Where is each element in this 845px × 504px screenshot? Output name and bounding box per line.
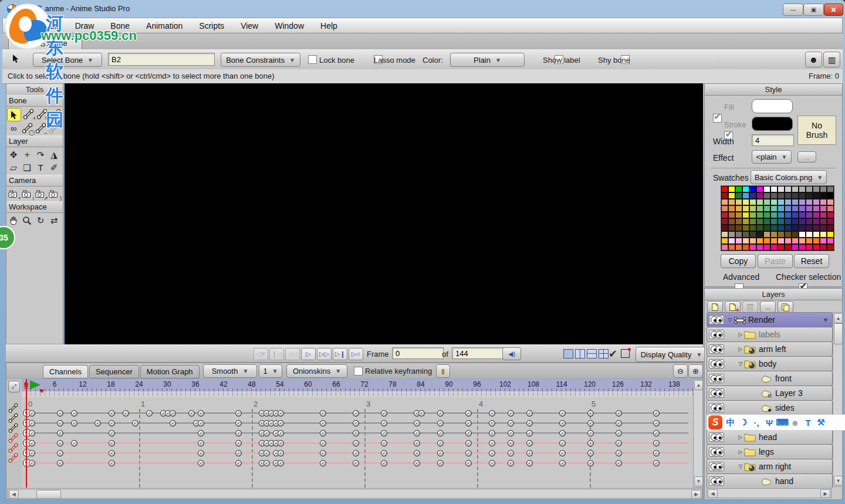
follow-path-tool[interactable]: ❏ — [21, 161, 33, 174]
split-horizontal-view-button[interactable] — [587, 349, 597, 358]
keyframe-dot[interactable] — [235, 410, 242, 417]
keyframe-dot[interactable] — [353, 430, 359, 437]
palette-swatch[interactable] — [827, 192, 834, 199]
palette-swatch[interactable] — [792, 231, 799, 238]
layer-visibility-toggle[interactable] — [709, 330, 724, 339]
library-button[interactable]: ▥ — [823, 52, 840, 67]
palette-swatch[interactable] — [721, 231, 728, 238]
duplicate-layer-button[interactable] — [778, 301, 793, 313]
palette-swatch[interactable] — [792, 244, 799, 251]
keyframe-dot[interactable] — [418, 410, 425, 417]
keyframe-dot[interactable] — [146, 410, 153, 417]
palette-swatch[interactable] — [770, 231, 778, 238]
bone-color-dropdown[interactable]: Plain▼ — [450, 53, 525, 67]
palette-swatch[interactable] — [756, 244, 763, 251]
keyframe-dot[interactable] — [71, 420, 77, 427]
tools-section-camera[interactable]: Camera — [6, 175, 63, 187]
layer-visibility-toggle[interactable] — [709, 447, 724, 456]
keyframe-dot[interactable] — [559, 420, 566, 427]
palette-swatch[interactable] — [806, 244, 813, 251]
menu-view[interactable]: View — [239, 19, 259, 33]
palette-swatch[interactable] — [820, 218, 827, 225]
ime-toolbar[interactable]: S 中☽·,Ψ⌨☻T⚒ — [707, 414, 845, 431]
layer-expander-icon[interactable]: ▷ — [737, 449, 744, 455]
new-layer-button[interactable] — [707, 301, 723, 313]
keyframe-dot[interactable] — [526, 420, 533, 427]
palette-swatch[interactable] — [728, 244, 735, 251]
palette-swatch[interactable] — [763, 225, 770, 231]
tools-section-workspace[interactable]: Workspace — [6, 201, 63, 213]
scroll-up-button[interactable]: ▲ — [834, 313, 843, 323]
palette-swatch[interactable] — [778, 238, 785, 244]
palette-swatch[interactable] — [770, 205, 778, 212]
palette-swatch[interactable] — [813, 199, 820, 205]
keyframe-dot[interactable] — [29, 420, 35, 427]
keyframe-dot[interactable] — [465, 430, 472, 437]
keyframe-dot[interactable] — [508, 440, 514, 447]
pan-tilt-camera-tool[interactable]: ) — [48, 188, 60, 200]
canvas[interactable] — [65, 83, 703, 344]
palette-swatch[interactable] — [792, 205, 799, 212]
interpolation-dropdown[interactable]: Smooth▼ — [203, 364, 257, 378]
palette-swatch[interactable] — [735, 238, 742, 244]
palette-swatch[interactable] — [799, 186, 806, 192]
timeline-tab-channels[interactable]: Channels — [43, 365, 88, 378]
ime-chinese-icon[interactable]: 中 — [724, 417, 737, 428]
layer-visibility-toggle[interactable] — [709, 374, 724, 383]
palette-swatch[interactable] — [827, 199, 834, 205]
layer-visibility-toggle[interactable] — [709, 403, 724, 412]
keyframe-dot[interactable] — [132, 420, 138, 427]
palette-swatch[interactable] — [735, 244, 742, 251]
palette-swatch[interactable] — [749, 238, 756, 244]
keyframe-dot[interactable] — [616, 420, 622, 427]
keyframe-dot[interactable] — [57, 430, 63, 437]
palette-swatch[interactable] — [742, 218, 749, 225]
new-layer-menu-button[interactable]: + — [725, 301, 741, 313]
bone-name-input[interactable] — [108, 53, 215, 66]
keyframe-dot[interactable] — [526, 440, 533, 447]
keyframe-dot[interactable] — [320, 410, 326, 417]
palette-swatch[interactable] — [792, 225, 799, 231]
effect-more-button[interactable]: ... — [797, 151, 816, 163]
keyframe-dot[interactable] — [278, 460, 284, 466]
palette-swatch[interactable] — [806, 186, 813, 192]
ime-account-icon[interactable]: ☻ — [789, 418, 802, 428]
keyframe-dot[interactable] — [71, 410, 77, 417]
keyframe-dot[interactable] — [559, 460, 566, 466]
speaker-icon[interactable]: ◀) — [502, 347, 521, 360]
palette-swatch[interactable] — [742, 238, 749, 244]
ime-logo[interactable]: S — [708, 415, 722, 429]
select-bone-dropdown[interactable]: Select Bone▼ — [33, 53, 102, 67]
keyframe-dot[interactable] — [587, 410, 594, 417]
keyframe-dot[interactable] — [489, 430, 495, 437]
keyframe-dot[interactable] — [263, 460, 270, 466]
layer-row-hand[interactable]: hand — [707, 473, 833, 489]
keyframe-dot[interactable] — [508, 460, 514, 466]
timeline-tab-motion-graph[interactable]: Motion Graph — [140, 365, 200, 378]
keyframe-dot[interactable] — [353, 420, 359, 427]
palette-swatch[interactable] — [785, 199, 792, 205]
palette-swatch[interactable] — [827, 238, 834, 244]
track-camera-tool[interactable]: + — [7, 188, 20, 200]
keyframe-dot[interactable] — [198, 420, 204, 427]
keyframe-dot[interactable] — [123, 410, 129, 417]
scroll-right-button[interactable]: ▶ — [820, 489, 830, 498]
delete-layer-button[interactable] — [742, 301, 758, 313]
keyframe-dot[interactable] — [109, 440, 115, 447]
palette-swatch[interactable] — [728, 225, 735, 231]
palette-swatch[interactable] — [792, 186, 799, 192]
bind-points-tool[interactable]: ∞ — [7, 122, 20, 134]
step-forward-button[interactable]: ▷▷ — [317, 348, 332, 360]
all-bones-scale-channel[interactable] — [8, 453, 18, 465]
palette-swatch[interactable] — [799, 238, 806, 244]
palette-swatch[interactable] — [749, 192, 756, 199]
palette-swatch[interactable] — [778, 225, 785, 231]
timeline-ruler[interactable]: 0 61218243036424854606672788490961021081… — [22, 379, 693, 392]
palette-swatch[interactable] — [799, 231, 806, 238]
keyframe-dot[interactable] — [198, 430, 204, 437]
palette-swatch[interactable] — [728, 205, 735, 212]
layer-expander-icon[interactable]: ▽ — [726, 317, 734, 323]
keyframe-dot[interactable] — [653, 420, 660, 427]
timeline-tab-sequencer[interactable]: Sequencer — [89, 365, 139, 378]
palette-swatch[interactable] — [820, 225, 827, 231]
